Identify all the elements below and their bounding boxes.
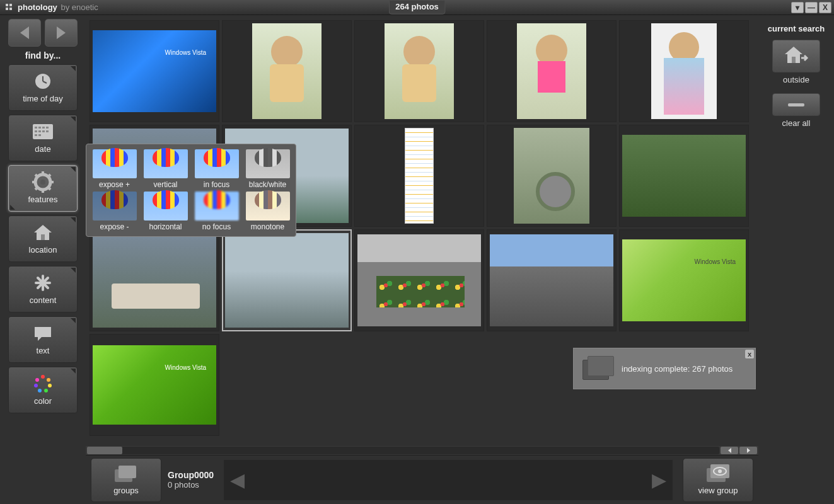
bottombar: groups Group0000 0 photos ◀ ▶ view group: [86, 455, 758, 504]
svg-rect-10: [35, 134, 37, 136]
content-area: expose + vertical in focus black/white e…: [86, 15, 758, 504]
svg-line-21: [35, 187, 38, 190]
photo-thumbnail[interactable]: [90, 20, 219, 122]
svg-rect-11: [38, 134, 41, 136]
color-wheel-icon: [31, 374, 55, 393]
scroll-right-button[interactable]: [739, 447, 757, 454]
photo-thumbnail[interactable]: [222, 20, 352, 122]
asterisk-icon: [31, 273, 55, 292]
feature-black-white[interactable]: black/white: [245, 149, 291, 189]
feature-expose-plus[interactable]: expose +: [91, 149, 137, 189]
svg-rect-5: [46, 127, 49, 129]
group-stack-icon: [113, 464, 139, 483]
feature-no-focus[interactable]: no focus: [194, 192, 240, 231]
sidebar: find by... time of day date features: [0, 15, 86, 504]
speech-bubble-icon: [31, 324, 55, 343]
sidebar-item-date[interactable]: date: [8, 115, 78, 161]
group-title: Group0000: [168, 470, 214, 480]
nav-forward-button[interactable]: [45, 19, 78, 47]
horizontal-scrollbar[interactable]: [86, 446, 758, 455]
svg-point-27: [41, 375, 45, 379]
sidebar-item-label: location: [29, 245, 57, 255]
group-filmstrip: ◀ ▶: [224, 460, 673, 500]
scrollbar-track[interactable]: [87, 447, 719, 454]
photo-thumbnail[interactable]: [487, 20, 617, 122]
scroll-left-button[interactable]: [721, 447, 738, 454]
svg-point-30: [44, 389, 48, 392]
svg-point-33: [35, 378, 39, 382]
svg-rect-35: [119, 466, 136, 478]
sidebar-item-label: color: [34, 396, 52, 406]
svg-point-32: [34, 384, 38, 387]
photo-thumbnail[interactable]: [354, 229, 484, 331]
sidebar-item-label: content: [30, 295, 57, 305]
arrow-left-icon: [728, 448, 731, 453]
sidebar-item-time-of-day[interactable]: time of day: [8, 64, 78, 111]
feature-expose-minus[interactable]: expose -: [91, 192, 137, 231]
indexing-toast: x indexing complete: 267 photos: [573, 348, 756, 389]
svg-rect-40: [792, 57, 796, 63]
nav-back-button[interactable]: [8, 19, 41, 47]
svg-point-28: [47, 378, 50, 382]
findby-label: find by...: [5, 50, 81, 60]
toast-close-button[interactable]: x: [745, 350, 754, 358]
house-icon: [31, 223, 55, 242]
svg-point-13: [40, 180, 45, 185]
svg-rect-9: [46, 130, 49, 132]
search-filter-outside[interactable]: [772, 40, 820, 72]
view-group-button[interactable]: view group: [683, 458, 753, 502]
feature-horizontal[interactable]: horizontal: [142, 192, 188, 231]
svg-rect-22: [41, 234, 45, 240]
feature-in-focus[interactable]: in focus: [194, 149, 240, 189]
scrollbar-thumb[interactable]: [87, 447, 122, 454]
dropdown-window-button[interactable]: ▾: [791, 2, 804, 13]
sidebar-item-label: text: [37, 346, 50, 355]
photo-count: 264 photos: [388, 1, 446, 14]
photo-thumbnail[interactable]: [90, 334, 219, 436]
sidebar-item-location[interactable]: location: [8, 215, 78, 262]
svg-rect-2: [35, 127, 37, 129]
svg-line-19: [48, 187, 50, 190]
app-subtitle: by enoetic: [59, 3, 98, 12]
svg-rect-6: [35, 130, 37, 132]
photo-thumbnail[interactable]: [487, 125, 617, 227]
minus-icon: [788, 103, 804, 106]
minimize-window-button[interactable]: —: [805, 2, 818, 13]
svg-rect-8: [42, 130, 45, 132]
toast-message: indexing complete: 267 photos: [622, 364, 733, 374]
feature-monotone[interactable]: monotone: [245, 192, 291, 231]
photo-thumbnail[interactable]: [354, 20, 484, 122]
eye-photo-icon: [704, 464, 732, 483]
right-panel: current search outside clear all: [758, 15, 834, 504]
filmstrip-next-button[interactable]: ▶: [648, 469, 670, 491]
close-window-button[interactable]: X: [819, 2, 831, 13]
sidebar-item-text[interactable]: text: [8, 316, 78, 363]
app-logo-icon: [4, 3, 14, 13]
feature-vertical[interactable]: vertical: [142, 149, 188, 189]
photo-stack-icon: [582, 356, 613, 381]
groups-button[interactable]: groups: [91, 458, 161, 502]
svg-point-29: [48, 384, 52, 387]
svg-line-18: [35, 175, 38, 177]
photo-thumbnail-selected[interactable]: [222, 229, 352, 331]
clear-all-button[interactable]: [772, 93, 820, 116]
house-arrow-icon: [784, 45, 809, 67]
arrow-right-icon: [57, 26, 66, 39]
photo-thumbnail[interactable]: [619, 229, 749, 331]
photo-thumbnail[interactable]: [487, 229, 617, 331]
sidebar-item-label: features: [28, 195, 58, 204]
sidebar-item-color[interactable]: color: [8, 367, 78, 413]
svg-point-31: [38, 389, 42, 392]
photo-thumbnail[interactable]: [354, 125, 484, 227]
filmstrip-prev-button[interactable]: ◀: [226, 469, 248, 491]
svg-point-39: [718, 469, 722, 473]
sidebar-item-label: time of day: [23, 94, 63, 103]
photo-thumbnail[interactable]: [90, 229, 219, 331]
svg-line-20: [48, 175, 50, 177]
current-search-label: current search: [763, 24, 829, 33]
group-info: Group0000 0 photos: [168, 470, 214, 490]
sidebar-item-features[interactable]: features: [8, 165, 78, 212]
photo-thumbnail[interactable]: [619, 125, 749, 227]
photo-thumbnail[interactable]: [619, 20, 749, 122]
sidebar-item-content[interactable]: content: [8, 266, 78, 312]
